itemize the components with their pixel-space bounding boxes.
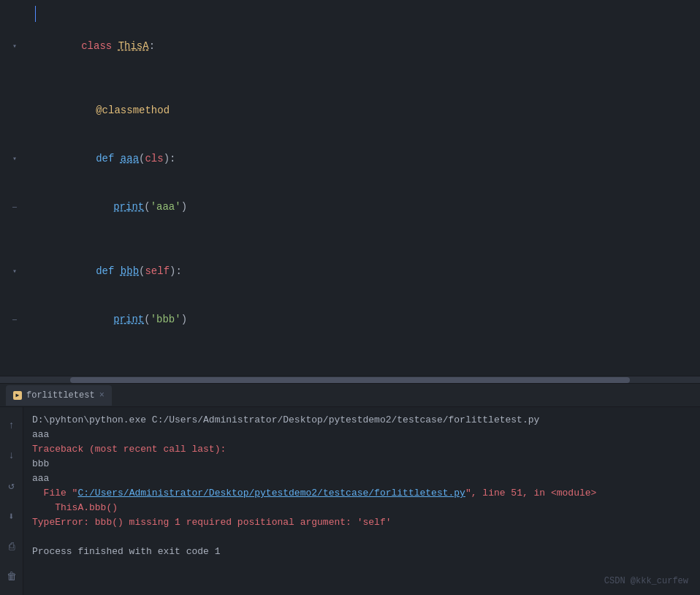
code-line-6 xyxy=(0,231,700,247)
terminal-line-6: ThisA.bbb() xyxy=(32,501,691,515)
paren-close-3: ) xyxy=(181,314,187,325)
func-bbb: bbb xyxy=(121,265,139,277)
terminal-line-3: bbb xyxy=(32,457,691,471)
terminal-line-8 xyxy=(32,530,691,545)
tab-label: forlittletest xyxy=(26,390,95,401)
watermark: CSDN @kkk_curfew xyxy=(604,576,688,586)
delete-icon[interactable]: 🗑 xyxy=(4,569,19,584)
code-line-5: — print('aaa') xyxy=(0,183,700,231)
fold-icon-5[interactable]: — xyxy=(0,199,29,215)
fold-icon-4[interactable]: ▾ xyxy=(0,151,29,167)
print-icon[interactable]: ⎙ xyxy=(4,539,19,554)
code-container: ▾ class ThisA: @classmethod ▾ def aaa(cl… xyxy=(0,0,700,376)
code-line-7: ▾ def bbb(self): xyxy=(0,247,700,295)
code-line xyxy=(0,6,700,22)
code-line-10: one = ThisA() xyxy=(0,360,700,376)
fold-gutter-9 xyxy=(0,344,29,360)
func-print: print xyxy=(113,201,144,213)
fold-gutter-6 xyxy=(0,231,29,247)
fold-icon-8[interactable]: — xyxy=(0,311,29,327)
code-content-10: one = ThisA() xyxy=(29,360,694,376)
code-content-5: print('aaa') xyxy=(29,183,694,231)
terminal-line-4: aaa xyxy=(32,471,691,486)
keyword-def: def xyxy=(96,153,121,164)
colon: : xyxy=(149,40,155,52)
tab-close-btn[interactable]: × xyxy=(99,391,104,400)
code-line-9 xyxy=(0,344,700,360)
terminal-line-9: Process finished with exit code 1 xyxy=(32,545,691,559)
paren: ( xyxy=(144,201,150,213)
code-line-2 xyxy=(0,70,700,86)
code-line-8: — print('bbb') xyxy=(0,295,700,344)
terminal-line-5: File "C:/Users/Administrator/Desktop/pyt… xyxy=(32,486,691,501)
string-aaa: 'aaa' xyxy=(151,201,181,213)
terminal-line-0: D:\pyhton\python.exe C:/Users/Administra… xyxy=(32,413,691,428)
paren-3: ( xyxy=(144,314,150,325)
fold-icon-7[interactable]: ▾ xyxy=(0,263,29,279)
fold-icon-1[interactable]: ▾ xyxy=(0,38,29,54)
refresh-icon[interactable]: ↺ xyxy=(4,479,19,493)
code-content-1: class ThisA: xyxy=(29,22,694,70)
terminal-line-7: TypeError: bbb() missing 1 required posi… xyxy=(32,515,691,530)
tab-icon: ▶ xyxy=(13,391,22,400)
terminal-line-2: Traceback (most recent call last): xyxy=(32,442,691,457)
file-link[interactable]: C:/Users/Administrator/Desktop/pytestdem… xyxy=(77,488,465,499)
terminal-line-1: aaa xyxy=(32,428,691,442)
editor-area: ▾ class ThisA: @classmethod ▾ def aaa(cl… xyxy=(0,0,700,383)
keyword-def-2: def xyxy=(96,265,121,277)
param-self: self xyxy=(145,265,170,277)
code-line-1: ▾ class ThisA: xyxy=(0,22,700,70)
func-print-2: print xyxy=(113,314,144,325)
param-cls: cls xyxy=(145,153,163,164)
terminal-content-wrapper: ↑ ↓ ↺ ⬇ ⎙ 🗑 D:\pyhton\python.exe C:/User… xyxy=(0,407,700,595)
terminal-toolbar: ↑ ↓ ↺ ⬇ ⎙ 🗑 xyxy=(0,407,23,595)
code-content-4: def aaa(cls): xyxy=(29,134,694,183)
terminal-tab-forlittletest[interactable]: ▶ forlittletest × xyxy=(6,385,112,406)
paren-close: ) xyxy=(181,201,187,213)
code-content-8: print('bbb') xyxy=(29,295,694,344)
code-line-3: @classmethod xyxy=(0,86,700,134)
paren-close: ): xyxy=(164,153,176,164)
editor-scrollbar[interactable] xyxy=(0,376,700,383)
scroll-up-icon[interactable]: ↑ xyxy=(4,418,19,433)
terminal-tabs: ▶ forlittletest × xyxy=(0,384,700,407)
fold-gutter-3 xyxy=(0,102,29,118)
terminal-output[interactable]: D:\pyhton\python.exe C:/Users/Administra… xyxy=(23,407,700,595)
code-line-4: ▾ def aaa(cls): xyxy=(0,134,700,183)
keyword-class: class xyxy=(81,40,118,52)
collapse-icon-7[interactable]: ▾ xyxy=(10,267,19,276)
fold-gutter-2 xyxy=(0,70,29,86)
scrollbar-thumb[interactable] xyxy=(70,377,630,383)
download-icon[interactable]: ⬇ xyxy=(4,509,19,523)
string-bbb: 'bbb' xyxy=(151,314,181,325)
terminal-area: ▶ forlittletest × ↑ ↓ ↺ ⬇ ⎙ 🗑 D:\pyhton\… xyxy=(0,383,700,595)
decorator: @classmethod xyxy=(96,105,170,116)
collapse-icon-4[interactable]: ▾ xyxy=(10,154,19,163)
class-name-thisa: ThisA xyxy=(118,40,149,52)
expand-icon-5[interactable]: — xyxy=(10,202,19,211)
expand-icon-8[interactable]: — xyxy=(10,315,19,324)
paren-close-2: ): xyxy=(170,265,182,277)
code-content-7: def bbb(self): xyxy=(29,247,694,295)
collapse-icon[interactable]: ▾ xyxy=(10,42,19,50)
code-content-3: @classmethod xyxy=(29,86,694,134)
scroll-down-icon[interactable]: ↓ xyxy=(4,448,19,463)
fold-gutter-0[interactable] xyxy=(0,6,29,22)
func-aaa: aaa xyxy=(121,153,139,164)
